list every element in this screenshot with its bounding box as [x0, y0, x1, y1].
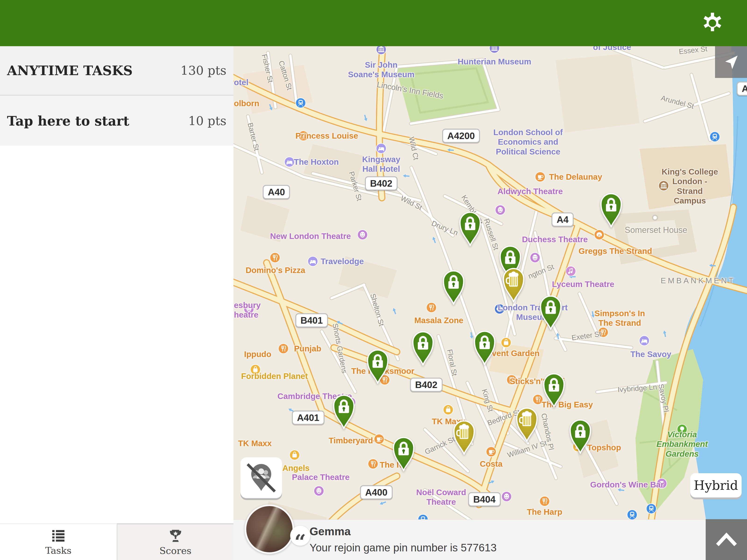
- map-label: Somerset House: [625, 225, 687, 235]
- map-label: EMBANKMENT: [661, 276, 735, 285]
- transit-poi-icon: [710, 131, 720, 142]
- lock-pin[interactable]: [458, 210, 483, 246]
- map-label: Forbidden Planet: [241, 371, 308, 381]
- lock-pin[interactable]: [568, 418, 593, 454]
- map-label: Princess Louise: [295, 131, 358, 140]
- map-label: Barter St: [246, 122, 261, 152]
- quote-icon: “: [290, 526, 310, 546]
- map-label: Timberyard: [329, 436, 373, 445]
- tab-scores[interactable]: Scores: [117, 523, 233, 560]
- map-label: Savoy Pl: [656, 383, 670, 413]
- dot-poi-icon: [650, 212, 661, 223]
- map-label: Shorts Gardens: [331, 323, 349, 374]
- map-label: Duchess Theatre: [522, 235, 588, 244]
- map-label: otel: [234, 77, 248, 87]
- road-badge: A401: [292, 411, 325, 425]
- header-bar: [0, 0, 747, 46]
- map-label: Russell St: [482, 217, 500, 251]
- map-label: Arundel St: [660, 94, 695, 111]
- map-label: Fisher St: [260, 53, 275, 83]
- restaurant-poi-icon: [368, 458, 379, 469]
- map-label: The Savoy: [630, 349, 671, 359]
- road-badge: B402: [410, 378, 443, 392]
- map-label: The Hoxton: [294, 157, 339, 167]
- masks-poi-icon: [501, 491, 512, 502]
- tab-tasks[interactable]: Tasks: [0, 523, 117, 560]
- app-screen: ANYTIME TASKS 130 pts Tap here to start …: [0, 0, 747, 560]
- masks-poi-icon: [357, 229, 368, 240]
- map-label: ngton St: [527, 263, 555, 281]
- map-label: Travelodge: [321, 257, 364, 266]
- bed-poi-icon: [307, 256, 318, 267]
- map-label: Ippudo: [244, 349, 272, 359]
- road-badge: B404: [468, 492, 501, 507]
- map-label: TK Maxx: [238, 438, 272, 448]
- lock-pin[interactable]: [365, 348, 390, 384]
- map-label: olborn: [234, 99, 259, 108]
- beer-pin[interactable]: [452, 419, 476, 455]
- navigation-arrow-icon: [722, 53, 740, 71]
- map-label: The Harp: [527, 507, 562, 516]
- bed-poi-icon: [376, 143, 387, 154]
- map-label: Angels: [282, 463, 310, 473]
- task-points: 130 pts: [180, 63, 227, 77]
- map-label: Floral St: [445, 349, 459, 377]
- lock-pin[interactable]: [599, 191, 623, 228]
- map-label: New London Theatre: [270, 231, 351, 241]
- road-badge: B402: [365, 177, 397, 191]
- map-label: Punjab: [294, 344, 321, 353]
- music-poi-icon: [565, 266, 576, 276]
- map-label: Palace Theatre: [292, 472, 350, 482]
- tab-label: Scores: [159, 545, 191, 556]
- coffee-poi-icon: [486, 446, 496, 457]
- task-label: ANYTIME TASKS: [7, 63, 133, 78]
- road-badge: A40: [263, 185, 290, 199]
- map-label: Ivybridge Ln: [617, 383, 657, 394]
- masks-poi-icon: [313, 485, 324, 496]
- road-badge: A4: [551, 213, 573, 227]
- coffee-poi-icon: [535, 171, 545, 182]
- lock-pin[interactable]: [538, 294, 563, 330]
- chevron-up-icon: [713, 526, 741, 554]
- transit-poi-icon: [646, 503, 656, 514]
- map-label: London School of Economics and Political…: [493, 127, 563, 156]
- settings-button[interactable]: [699, 10, 725, 36]
- avatar[interactable]: “: [244, 504, 294, 554]
- bag-poi-icon: [289, 450, 300, 460]
- bed-poi-icon: [639, 335, 650, 346]
- map-label: Costa: [480, 459, 503, 469]
- task-label: Tap here to start: [7, 113, 129, 129]
- player-name: Gemma: [310, 525, 351, 538]
- lock-pin[interactable]: [542, 371, 566, 408]
- rail-poi-icon: [627, 509, 638, 520]
- beer-pin[interactable]: [501, 266, 526, 302]
- beer-pin[interactable]: [515, 406, 539, 442]
- map-label: The Delaunay: [549, 172, 602, 182]
- coffee-poi-icon: [374, 434, 384, 445]
- map-label: Wild Ct: [407, 136, 420, 161]
- transit-poi-icon: [295, 98, 306, 108]
- map-type-button[interactable]: Hybrid: [690, 473, 742, 498]
- lock-pin[interactable]: [411, 329, 435, 366]
- hide-players-button[interactable]: [240, 457, 282, 498]
- lock-pin[interactable]: [472, 329, 497, 365]
- lock-pin[interactable]: [441, 269, 466, 305]
- map-label: Garrick St: [423, 435, 456, 456]
- locate-button[interactable]: [715, 46, 747, 78]
- lock-pin[interactable]: [391, 435, 416, 471]
- map-label: Greggs The Strand: [578, 246, 652, 256]
- road-badge: A400: [360, 485, 393, 500]
- map-label: Sir John Soane's Museum: [348, 60, 415, 79]
- task-row-anytime[interactable]: ANYTIME TASKS 130 pts: [0, 46, 233, 96]
- bakery-poi-icon: [594, 229, 604, 240]
- map-label: of Justice: [593, 46, 631, 52]
- bag-poi-icon: [443, 404, 454, 415]
- bottom-tab-bar: Tasks Scores: [0, 523, 233, 560]
- map-label: Gordon's Wine Bar: [590, 480, 664, 489]
- map-label: Drury Ln: [430, 219, 459, 237]
- masks-poi-icon: [530, 252, 540, 263]
- lock-pin[interactable]: [332, 393, 356, 429]
- expand-panel-button[interactable]: [706, 519, 747, 560]
- map[interactable]: of JusticeEssex StSir John Soane's Museu…: [233, 46, 747, 560]
- task-row-start[interactable]: Tap here to start 10 pts: [0, 96, 233, 145]
